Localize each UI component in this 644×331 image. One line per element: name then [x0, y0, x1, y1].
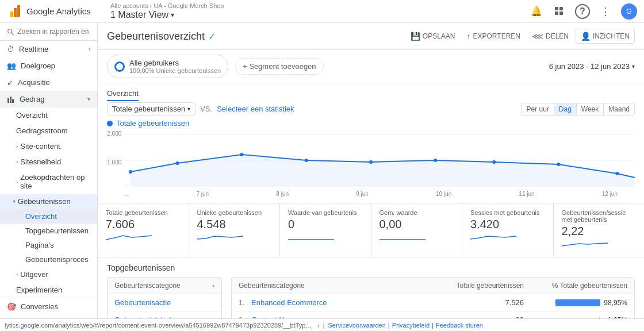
table-left-row-actie[interactable]: Gebeurtenisactie: [108, 294, 221, 311]
row-count: 7.526: [455, 298, 524, 307]
sparkline-icon: [379, 231, 425, 243]
help-icon[interactable]: ?: [575, 4, 590, 19]
overzicht-tab[interactable]: Overzicht: [107, 89, 139, 101]
metric-label: Totale gebeurtenissen: [112, 105, 185, 113]
per-uur-button[interactable]: Per uur: [522, 103, 554, 115]
table-left-row-label[interactable]: Gebeurtenislabel: [108, 311, 221, 318]
stat-totale-gebeurtenissen: Totale gebeurtenissen 7.606: [98, 203, 189, 257]
more-menu-icon[interactable]: ⋮: [598, 4, 613, 19]
line-chart: 2.000 1.000: [107, 129, 635, 192]
segment-circle-icon: [114, 61, 125, 72]
avatar[interactable]: G: [621, 3, 637, 20]
sidebar-item-overzicht-evt[interactable]: Overzicht: [0, 209, 97, 224]
sidebar-item-gebeurtenissen[interactable]: ▾ Gebeurtenissen: [0, 194, 97, 209]
sidebar-item-gebeurtenisproces[interactable]: Gebeurtenisproces: [0, 252, 97, 267]
logo-area: Google Analytics: [7, 3, 99, 20]
chart-x-labels: ... 7 jun 8 jun 9 jun 10 jun 11 jun 12 j…: [107, 191, 635, 197]
view-chevron-icon[interactable]: ▾: [171, 11, 174, 19]
bottom-url: lytics.google.com/analytics/web/#/report…: [5, 322, 315, 329]
segment-add-button[interactable]: + Segment toevoegen: [235, 58, 324, 75]
metric-selector[interactable]: Totale gebeurtenissen ▾: [107, 102, 195, 116]
sparkline-icon: [470, 231, 516, 243]
svg-rect-6: [559, 11, 563, 15]
sidebar-item-topgebeurtenissen[interactable]: Topgebeurtenissen: [0, 224, 97, 238]
search-icon: [7, 28, 14, 36]
content-area: Gebeurtenisoverzicht ✓ 💾 OPSLAAN ↑ EXPOR…: [98, 23, 644, 318]
apps-icon[interactable]: [552, 4, 567, 19]
legend-label: Totale gebeurtenissen: [116, 119, 189, 128]
bottom-bar: lytics.google.com/analytics/web/#/report…: [0, 318, 644, 331]
sidebar-search-area[interactable]: [0, 23, 97, 41]
pct-text: 98,95%: [604, 299, 627, 307]
share-icon: ⋘: [532, 32, 543, 41]
sidebar-item-gedragsstroom[interactable]: Gedragsstroom: [0, 123, 97, 138]
export-icon: ↑: [467, 32, 471, 41]
delen-button[interactable]: ⋘ DELEN: [527, 29, 573, 43]
chevron-right-icon: ›: [89, 46, 90, 52]
exporteren-button[interactable]: ↑ EXPORTEREN: [462, 29, 525, 43]
week-button[interactable]: Week: [577, 103, 604, 115]
chart-section: Overzicht Totale gebeurtenissen ▾ VS. Se…: [98, 83, 644, 203]
svg-rect-10: [10, 97, 12, 103]
sparkline-icon: [562, 238, 608, 249]
svg-point-21: [369, 160, 373, 164]
chevron-right-icon: ›: [16, 143, 18, 149]
stat-gem-waarde: Gem. waarde 0,00: [371, 203, 463, 257]
stat-label: Gem. waarde: [379, 209, 454, 216]
privacybeleid-link[interactable]: Privacybeleid: [392, 322, 430, 329]
date-range-selector[interactable]: 6 jun 2023 - 12 jun 2023 ▾: [549, 62, 635, 71]
sidebar-item-realtime[interactable]: ⏱ Realtime ›: [0, 41, 97, 57]
sparkline-icon: [288, 231, 334, 243]
segment-info: Alle gebruikers 100,00% Unieke gebeurten…: [129, 59, 221, 74]
stat-unieke-gebeurtenissen: Unieke gebeurtenissen 4.548: [189, 203, 281, 257]
notification-icon[interactable]: 🔔: [529, 4, 544, 19]
sidebar-search-input[interactable]: [17, 28, 90, 36]
sidebar-item-label: Realtime: [19, 45, 48, 53]
feedback-sturen-link[interactable]: Feedback sturen: [436, 322, 483, 329]
segment-all-users[interactable]: Alle gebruikers 100,00% Unieke gebeurten…: [107, 55, 228, 78]
chevron-right-icon: ›: [16, 271, 18, 278]
gedrag-icon: [7, 95, 15, 103]
date-chevron-icon: ▾: [632, 63, 635, 70]
col-count-header: Totale gebeurtenissen: [455, 282, 524, 290]
stat-label: Sessies met gebeurtenis: [470, 209, 545, 216]
maand-button[interactable]: Maand: [604, 103, 634, 115]
svg-point-19: [240, 153, 244, 156]
chevron-down-icon: ▾: [13, 198, 16, 205]
svg-rect-0: [10, 11, 13, 17]
sidebar-item-zoekopdrachten[interactable]: › Zoekopdrachten op site: [0, 170, 97, 194]
view-label[interactable]: 1 Master View: [110, 10, 168, 20]
sidebar-item-doelgroep[interactable]: 👥 Doelgroep: [0, 57, 97, 74]
inzichten-button[interactable]: 👤 INZICHTEN: [576, 29, 635, 44]
stat-label: Totale gebeurtenissen: [106, 209, 181, 216]
stat-value: 7.606: [106, 218, 181, 231]
enhanced-ecommerce-link[interactable]: Enhanced Ecommerce: [251, 298, 455, 307]
stats-row: Totale gebeurtenissen 7.606 Unieke gebeu…: [98, 203, 644, 257]
select-stat-link[interactable]: Selecteer een statistiek: [217, 105, 294, 113]
metric-chevron-icon: ▾: [187, 106, 190, 112]
segment-label: Alle gebruikers: [129, 59, 221, 67]
sidebar-item-label: Gedrag: [20, 95, 44, 103]
table-section: Topgebeurtenissen Gebeurteniscategorie ›…: [98, 257, 644, 318]
conversies-icon: 🎯: [7, 302, 16, 311]
sidebar-item-acquisitie[interactable]: ↙ Acquisitie: [0, 74, 97, 91]
sidebar-item-overzicht[interactable]: Overzicht: [0, 107, 97, 123]
sidebar-item-conversies[interactable]: 🎯 Conversies: [0, 298, 97, 315]
servicevoorwaarden-link[interactable]: Servicevoorwaarden: [328, 322, 386, 329]
svg-point-23: [492, 160, 496, 164]
dag-button[interactable]: Dag: [554, 103, 577, 115]
sidebar-item-paginas[interactable]: Pagina's: [0, 238, 97, 252]
chevron-right-icon: ›: [16, 179, 18, 185]
sidebar-item-gedrag[interactable]: Gedrag ▾: [0, 91, 97, 107]
sidebar-item-experimenten[interactable]: Experimenten: [0, 282, 97, 298]
sidebar-item-sitesnelheid[interactable]: › Sitesnelheid: [0, 154, 97, 170]
svg-point-18: [175, 161, 179, 165]
opslaan-button[interactable]: 💾 OPSLAAN: [406, 29, 460, 43]
pct-bar: [555, 299, 600, 306]
svg-rect-9: [7, 98, 9, 103]
acquisitie-icon: ↙: [7, 78, 13, 87]
doelgroep-icon: 👥: [7, 61, 16, 70]
vs-label: VS.: [200, 105, 212, 113]
sidebar-item-uitgever[interactable]: › Uitgever: [0, 267, 97, 282]
sidebar-item-site-content[interactable]: › Site-content: [0, 138, 97, 154]
